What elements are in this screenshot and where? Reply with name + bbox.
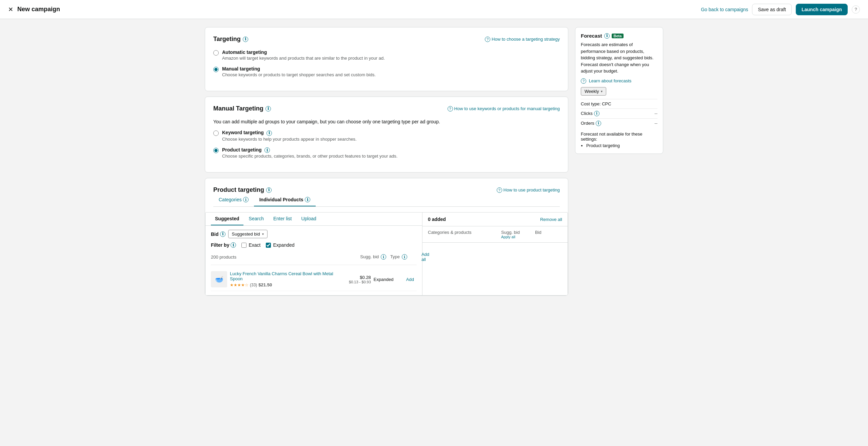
content-area: Targeting ℹ ? How to choose a targeting … — [205, 27, 568, 296]
close-icon[interactable]: ✕ — [8, 6, 13, 13]
col-bid-right: Bid — [535, 230, 562, 239]
col-sugg-bid-right: Sugg. bid Apply all — [501, 230, 535, 239]
type-info-icon[interactable]: ℹ — [402, 254, 407, 260]
filter-exact-label[interactable]: Exact — [241, 242, 260, 248]
targeting-title: Targeting ℹ — [213, 36, 248, 43]
period-select[interactable]: Weekly ▾ — [581, 87, 606, 96]
product-meta: ★★★★☆ (33) $21.50 — [230, 282, 334, 287]
filter-expanded-checkbox[interactable] — [266, 243, 271, 248]
right-panel: 0 added Remove all Categories & products… — [422, 212, 568, 295]
automatic-targeting-radio[interactable] — [213, 50, 219, 56]
product-targeting-section-header: Product targeting ℹ ? How to use product… — [205, 178, 568, 212]
product-targeting-radio[interactable] — [213, 148, 219, 153]
manual-targeting-text: Manual targeting Choose keywords or prod… — [222, 66, 376, 77]
orders-label: Orders ℹ — [581, 121, 601, 126]
forecast-desc: Forecasts are estimates of performance b… — [581, 41, 657, 75]
sub-tab-suggested[interactable]: Suggested — [211, 212, 243, 225]
manual-targeting-radio[interactable] — [213, 67, 219, 72]
col-type: Type ℹ — [390, 254, 417, 260]
manual-targeting-card: Manual Targeting ℹ ? How to use keywords… — [205, 97, 568, 173]
sub-tab-upload[interactable]: Upload — [297, 212, 320, 225]
product-name[interactable]: Lucky French Vanilla Charms Cereal Bowl … — [230, 271, 334, 281]
remove-all-button[interactable]: Remove all — [540, 217, 562, 222]
filter-exact-checkbox[interactable] — [241, 243, 246, 248]
added-count: 0 added — [428, 217, 446, 222]
tab-individual-products[interactable]: Individual Products ℹ — [254, 194, 316, 206]
targeting-header: Targeting ℹ ? How to choose a targeting … — [213, 36, 560, 43]
add-product-button[interactable]: Add — [403, 276, 417, 283]
launch-campaign-button[interactable]: Launch campaign — [796, 4, 848, 15]
cost-type-label: Cost type: CPC — [581, 101, 611, 106]
orders-row: Orders ℹ -- — [581, 118, 657, 128]
product-targeting-info-icon[interactable]: ℹ — [266, 187, 272, 193]
sub-tab-search[interactable]: Search — [245, 212, 268, 225]
categories-tab-info[interactable]: ℹ — [243, 197, 249, 202]
bid-select[interactable]: Suggested bid ▾ — [228, 230, 268, 238]
learn-forecasts-link[interactable]: ? Learn about forecasts — [581, 78, 631, 83]
orders-value: -- — [654, 121, 657, 126]
apply-all-link[interactable]: Apply all — [501, 235, 535, 239]
empty-right-area — [422, 243, 568, 283]
product-list: 🥣 Lucky French Vanilla Charms Cereal Bow… — [211, 268, 417, 291]
product-targeting-label: Product targeting ℹ — [222, 147, 397, 153]
targeting-help-link[interactable]: ? How to choose a targeting strategy — [485, 37, 560, 42]
individual-tab-info[interactable]: ℹ — [305, 197, 310, 202]
sugg-bid-info-icon[interactable]: ℹ — [381, 254, 386, 260]
filter-expanded-label[interactable]: Expanded — [266, 242, 294, 248]
bid-info-icon[interactable]: ℹ — [220, 231, 225, 237]
product-targeting-desc: Choose specific products, categories, br… — [222, 154, 397, 159]
forecast-title: Forecast ℹ Beta — [581, 33, 657, 39]
manual-targeting-help-link[interactable]: ? How to use keywords or products for ma… — [448, 106, 560, 112]
page-title: New campaign — [17, 6, 701, 13]
header-actions: Go back to campaigns Save as draft Launc… — [701, 4, 860, 15]
learn-link-icon: ? — [581, 78, 586, 84]
beta-badge: Beta — [612, 34, 624, 38]
cost-type-row: Cost type: CPC — [581, 99, 657, 108]
product-help-question-icon: ? — [497, 187, 502, 193]
left-panel: Suggested Search Enter list Upload — [205, 212, 422, 295]
manual-targeting-label: Manual targeting — [222, 66, 376, 72]
orders-info-icon[interactable]: ℹ — [596, 121, 601, 126]
filter-label: Filter by ℹ — [211, 242, 236, 248]
keyword-targeting-label: Keyword targeting ℹ — [222, 130, 357, 136]
main-layout: Targeting ℹ ? How to choose a targeting … — [197, 19, 671, 304]
right-panel-header: 0 added Remove all — [422, 212, 568, 226]
bid-chevron-icon: ▾ — [262, 232, 264, 236]
product-stars: ★★★★☆ — [230, 283, 249, 287]
filter-row: Filter by ℹ Exact Expanded — [211, 242, 417, 248]
clicks-row: Clicks ℹ -- — [581, 108, 657, 118]
product-image: 🥣 — [211, 271, 227, 287]
product-type: Expanded — [374, 277, 401, 282]
keyword-info-icon[interactable]: ℹ — [267, 130, 272, 136]
targeting-help-question-icon: ? — [485, 37, 490, 42]
save-draft-button[interactable]: Save as draft — [752, 4, 792, 15]
targeting-info-icon[interactable]: ℹ — [243, 37, 248, 42]
product-targeting-help-link[interactable]: ? How to use product targeting — [497, 187, 560, 193]
product-targeting-card: Product targeting ℹ ? How to use product… — [205, 178, 568, 296]
manual-targeting-info-icon[interactable]: ℹ — [265, 106, 271, 112]
col-categories-products: Categories & products — [428, 230, 501, 239]
product-sugg-bid: $0.28 $0.13 - $0.93 — [337, 275, 371, 284]
clicks-value: -- — [654, 111, 657, 116]
product-targeting-text: Product targeting ℹ Choose specific prod… — [222, 147, 397, 159]
help-icon[interactable]: ? — [852, 5, 860, 14]
sub-tab-enter-list[interactable]: Enter list — [269, 212, 296, 225]
tab-categories[interactable]: Categories ℹ — [213, 194, 254, 206]
clicks-info-icon[interactable]: ℹ — [594, 111, 599, 116]
manual-targeting-title: Manual Targeting ℹ — [213, 105, 271, 112]
automatic-targeting-option: Automatic targeting Amazon will target k… — [213, 49, 560, 61]
products-count: 200 products — [211, 255, 236, 260]
product-info-icon[interactable]: ℹ — [264, 147, 270, 153]
manual-targeting-desc: Choose keywords or products to target sh… — [222, 72, 376, 77]
clicks-label: Clicks ℹ — [581, 111, 599, 116]
filter-info-icon[interactable]: ℹ — [231, 242, 236, 248]
forecast-sidebar: Forecast ℹ Beta Forecasts are estimates … — [575, 27, 663, 154]
bid-row: Bid ℹ Suggested bid ▾ — [211, 230, 417, 238]
manual-targeting-header: Manual Targeting ℹ ? How to use keywords… — [213, 105, 560, 112]
product-reviews: (33) — [250, 283, 257, 287]
go-back-button[interactable]: Go back to campaigns — [701, 7, 748, 12]
keyword-targeting-option: Keyword targeting ℹ Choose keywords to h… — [213, 130, 560, 142]
forecast-info-icon[interactable]: ℹ — [604, 33, 610, 39]
manual-help-question-icon: ? — [448, 106, 453, 112]
keyword-targeting-radio[interactable] — [213, 130, 219, 136]
